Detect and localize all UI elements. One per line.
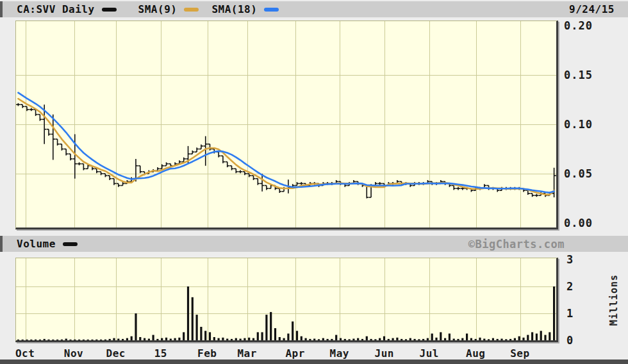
volume-chart-canvas	[16, 258, 556, 340]
month-label: Jul	[407, 347, 452, 360]
price-chart-canvas	[16, 21, 556, 228]
sma18-legend-item: SMA(18)	[211, 3, 279, 15]
volume-tick-label: 0	[566, 335, 574, 346]
month-label: Nov	[51, 347, 96, 360]
chart-date: 9/24/15	[569, 3, 628, 15]
volume-label: Volume	[17, 238, 56, 250]
price-tick-label: 0.15	[564, 69, 593, 81]
sma18-label: SMA(18)	[211, 3, 257, 15]
bigcharts-watermark: ©BigCharts.com	[468, 236, 565, 252]
month-label: Aug	[453, 347, 498, 360]
month-label: Apr	[273, 347, 318, 360]
volume-tick-label: 1	[566, 308, 574, 319]
bigcharts-stock-chart: CA:SVV Daily SMA(9) SMA(18) 9/24/15 0.20…	[0, 0, 628, 364]
chart-header-bar: CA:SVV Daily SMA(9) SMA(18) 9/24/15	[0, 1, 628, 17]
month-label: Mar	[225, 347, 270, 360]
price-tick-label: 0.10	[564, 119, 593, 130]
volume-unit-label: Millions	[582, 268, 628, 332]
volume-header-bar: Volume ©BigCharts.com	[0, 236, 628, 252]
volume-tick-label: 2	[566, 281, 574, 292]
sma9-label: SMA(9)	[138, 3, 178, 15]
sma18-swatch-icon	[264, 8, 279, 12]
volume-swatch-icon	[63, 242, 78, 246]
month-label: May	[317, 347, 362, 360]
month-label: Feb	[185, 347, 229, 360]
month-label: Oct	[3, 347, 47, 360]
month-label: Sep	[497, 347, 542, 360]
volume-tick-label: 3	[566, 254, 574, 265]
price-legend-item: CA:SVV Daily	[3, 3, 117, 15]
price-tick-label: 0.05	[564, 168, 593, 179]
month-label: 15	[138, 347, 183, 360]
volume-legend-item: Volume	[3, 238, 78, 250]
volume-chart-plot	[15, 258, 558, 342]
month-label: Dec	[94, 347, 138, 360]
month-label: Jun	[362, 347, 407, 360]
sma9-swatch-icon	[184, 8, 199, 12]
price-tick-label: 0.20	[564, 20, 593, 31]
price-chart-plot	[15, 21, 558, 229]
price-tick-label: 0.00	[564, 217, 593, 229]
price-series-swatch-icon	[102, 8, 117, 12]
symbol-period-label: CA:SVV Daily	[17, 3, 95, 15]
sma9-legend-item: SMA(9)	[138, 3, 199, 15]
bottom-edge	[0, 360, 628, 364]
